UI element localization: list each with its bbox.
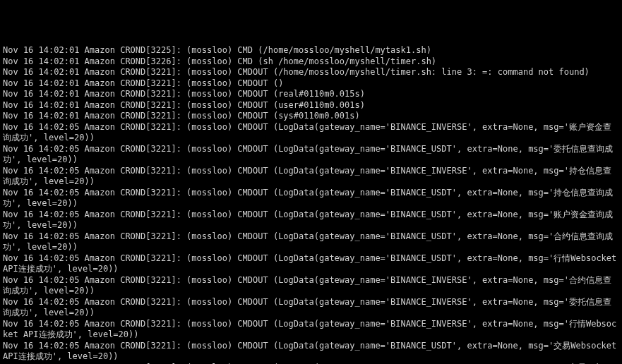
log-line: Nov 16 14:02:05 Amazon CROND[3221]: (mos… (3, 297, 619, 319)
log-line: Nov 16 14:02:01 Amazon CROND[3226]: (mos… (3, 56, 619, 68)
log-line: Nov 16 14:02:01 Amazon CROND[3221]: (mos… (3, 100, 619, 111)
log-line: Nov 16 14:02:05 Amazon CROND[3221]: (mos… (3, 275, 619, 297)
log-line: Nov 16 14:02:05 Amazon CROND[3221]: (mos… (3, 144, 619, 166)
log-line: Nov 16 14:02:05 Amazon CROND[3221]: (mos… (3, 122, 619, 144)
log-line: Nov 16 14:02:01 Amazon CROND[3225]: (mos… (3, 45, 619, 56)
log-line: Nov 16 14:02:05 Amazon CROND[3221]: (mos… (3, 319, 619, 341)
log-line: Nov 16 14:02:01 Amazon CROND[3221]: (mos… (3, 89, 619, 100)
log-line: Nov 16 14:02:05 Amazon CROND[3221]: (mos… (3, 210, 619, 231)
log-line: Nov 16 14:02:05 Amazon CROND[3221]: (mos… (3, 188, 619, 210)
log-line: Nov 16 14:02:05 Amazon CROND[3221]: (mos… (3, 253, 619, 275)
terminal-output[interactable]: Nov 16 14:02:01 Amazon CROND[3225]: (mos… (3, 45, 619, 364)
log-line: Nov 16 14:02:01 Amazon CROND[3221]: (mos… (3, 78, 619, 90)
log-line: Nov 16 14:02:01 Amazon CROND[3221]: (mos… (3, 111, 619, 122)
log-line: Nov 16 14:02:05 Amazon CROND[3221]: (mos… (3, 166, 619, 188)
log-line: Nov 16 14:02:01 Amazon CROND[3221]: (mos… (3, 67, 619, 78)
log-line: Nov 16 14:02:05 Amazon CROND[3221]: (mos… (3, 341, 619, 363)
log-line: Nov 16 14:02:05 Amazon CROND[3221]: (mos… (3, 231, 619, 253)
